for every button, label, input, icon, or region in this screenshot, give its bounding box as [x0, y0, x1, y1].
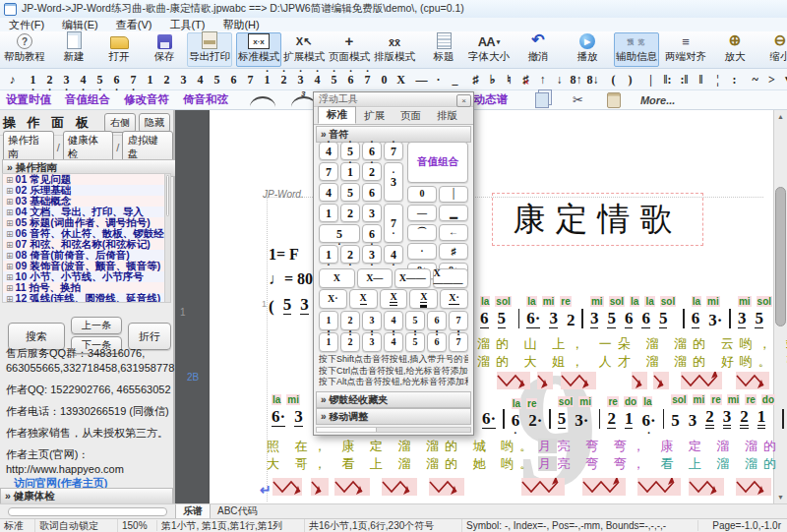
note[interactable]: 3	[294, 408, 303, 427]
keypad-note-3[interactable]: 3	[362, 245, 382, 264]
note-key-4[interactable]: 4	[309, 70, 326, 89]
note-key->[interactable]: >	[763, 70, 780, 89]
keypad-X·[interactable]: X·	[440, 289, 468, 309]
save-file-button[interactable]: 保存	[142, 32, 187, 67]
note-key-1[interactable]: 1	[142, 70, 158, 89]
expand-icon[interactable]: ⊞	[6, 175, 14, 185]
keypad-6[interactable]: 6	[427, 332, 447, 352]
aux-info-button[interactable]: 预 览辅助信息	[614, 32, 659, 67]
keypad-note-5[interactable]: 5	[319, 224, 360, 243]
note-key-¦[interactable]: ¦	[709, 70, 726, 89]
keypad-7[interactable]: 7	[449, 332, 468, 352]
glissando-mark[interactable]	[582, 478, 626, 496]
keypad-⌒[interactable]: ⌒	[407, 224, 437, 241]
measure-cell[interactable]: 6·	[482, 407, 496, 429]
note-key-3[interactable]: 3	[58, 70, 75, 89]
note-key-~[interactable]: ~	[747, 70, 763, 89]
note[interactable]: 6	[625, 310, 634, 328]
note-key-♮[interactable]: ♮	[501, 70, 517, 89]
note-key-0[interactable]: 0	[376, 70, 393, 89]
note[interactable]: 6·	[482, 410, 496, 429]
note[interactable]: 3	[689, 412, 697, 429]
keypad-X[interactable]: X	[319, 268, 355, 288]
measure-cell[interactable]: redola216·	[607, 396, 655, 429]
export-print-button[interactable]: 导出打印	[187, 32, 232, 67]
note[interactable]: 3·	[575, 412, 588, 429]
link-倚音和弦[interactable]: 倚音和弦	[183, 92, 228, 107]
menu-帮助(H)[interactable]: 帮助(H)	[213, 18, 268, 32]
note-key-)[interactable]: )	[622, 70, 638, 89]
float-tab-页面[interactable]: 页面	[393, 108, 429, 124]
expand-icon[interactable]: ⊞	[6, 272, 14, 282]
scroll-down-arrow[interactable]: ▼	[774, 491, 787, 503]
keypad-note-2[interactable]: 2	[340, 245, 360, 264]
float-tab-标准[interactable]: 标准	[318, 106, 356, 124]
measure-cell[interactable]: lare62·	[512, 398, 543, 429]
measure-cell[interactable]: lamire6·32	[526, 296, 575, 328]
note-key-2[interactable]: 2	[41, 70, 58, 89]
measure-cell[interactable]: lasol65	[480, 296, 512, 328]
lyric-text[interactable]: 月	[538, 439, 557, 453]
paste-icon[interactable]	[607, 92, 621, 108]
keypad-note-3[interactable]: 3	[362, 204, 382, 222]
note-key-1[interactable]: 1	[25, 70, 41, 89]
keypad-note-1[interactable]: 1	[340, 162, 360, 181]
expand-icon[interactable]: ⊞	[6, 197, 14, 207]
lyric-text[interactable]: 照 在， 康 定 溜 溜的 城 哟。	[267, 439, 538, 453]
glissando-mark[interactable]	[382, 478, 417, 496]
note-key-3[interactable]: 3	[292, 70, 309, 89]
keypad-X[interactable]: X	[349, 289, 378, 309]
note-key-↑[interactable]: ↑	[534, 70, 551, 89]
note[interactable]: 6	[641, 310, 650, 328]
lyric-text[interactable]: 看 上 溜 溜的 她	[651, 456, 787, 471]
note-key-_[interactable]: _	[447, 70, 463, 89]
note[interactable]: 3	[549, 310, 558, 328]
note-value-combo-button[interactable]: 音值组合	[407, 142, 468, 183]
keypad-note-7[interactable]: 7	[384, 204, 403, 243]
lyric-text[interactable]: 亮 弯 弯，	[557, 456, 650, 471]
zoom-in-button[interactable]: ⊕放大	[712, 32, 757, 67]
keypad-X[interactable]: X	[380, 289, 408, 309]
keypad-2[interactable]: 2	[340, 332, 360, 352]
keypad-1[interactable]: 1	[319, 332, 338, 352]
note[interactable]: 5	[498, 310, 507, 328]
lyrics-line1-v1[interactable]: 溜的 山 上， 一朵 溜 溜的 云哟， 端端	[477, 336, 787, 352]
note-key-6[interactable]: 6	[108, 70, 125, 89]
note[interactable]: 5	[558, 410, 567, 429]
tempo-mark[interactable]: ♩= 80	[269, 270, 313, 288]
keypad-note-1[interactable]: 1	[319, 204, 338, 222]
tab-score[interactable]: 乐谱	[175, 504, 211, 518]
help-tutorial-button[interactable]: ?帮助教程	[2, 32, 47, 67]
note[interactable]: 2	[567, 312, 575, 328]
guide-item[interactable]: ⊞12 弧线(连线、圆滑线、延音线)	[3, 293, 164, 303]
measure-cell[interactable]: lami63·	[692, 296, 723, 328]
keypad-note-3[interactable]: 3	[384, 162, 403, 202]
move-adjust-section[interactable]: » 移动调整	[316, 408, 471, 422]
keypad-0[interactable]: 0	[407, 186, 437, 203]
note-key-5[interactable]: 5	[326, 70, 342, 89]
measure-cell[interactable]: lami6·3	[272, 394, 303, 427]
link-动态谱[interactable]: 动态谱	[474, 92, 509, 107]
note-key-♯[interactable]: ♯	[467, 70, 484, 89]
measure-cell[interactable]: solmiremiredo532321	[671, 394, 775, 429]
key-signature[interactable]: 1= F	[269, 246, 299, 264]
note-key-5[interactable]: 5	[91, 70, 108, 89]
expand-icon[interactable]: ⊞	[6, 207, 14, 217]
measure-cell[interactable]: solmi53·	[558, 396, 592, 429]
note-key-1[interactable]: 1	[259, 70, 275, 89]
glissando-mark[interactable]	[521, 478, 565, 496]
keypad-3[interactable]: 3	[362, 332, 382, 352]
note-key-|[interactable]: |	[642, 70, 659, 89]
note[interactable]: 1	[625, 410, 634, 429]
keypad-♯[interactable]: ♯	[439, 243, 468, 260]
note-key-♯[interactable]: ♯	[517, 70, 534, 89]
glissando-mark[interactable]	[537, 372, 553, 389]
prev-item-button[interactable]: 上一条	[71, 317, 122, 334]
justify-button[interactable]: ≡两端对齐	[663, 32, 708, 67]
slur-icon[interactable]	[250, 96, 275, 107]
note-key-‖:[interactable]: ‖:	[659, 70, 676, 89]
panel-horizontal-scrollbar[interactable]	[8, 507, 167, 516]
note-key-7[interactable]: 7	[359, 70, 376, 89]
menu-查看(V)[interactable]: 查看(V)	[107, 18, 161, 32]
hide-panel-button[interactable]: 隐藏	[139, 113, 170, 133]
